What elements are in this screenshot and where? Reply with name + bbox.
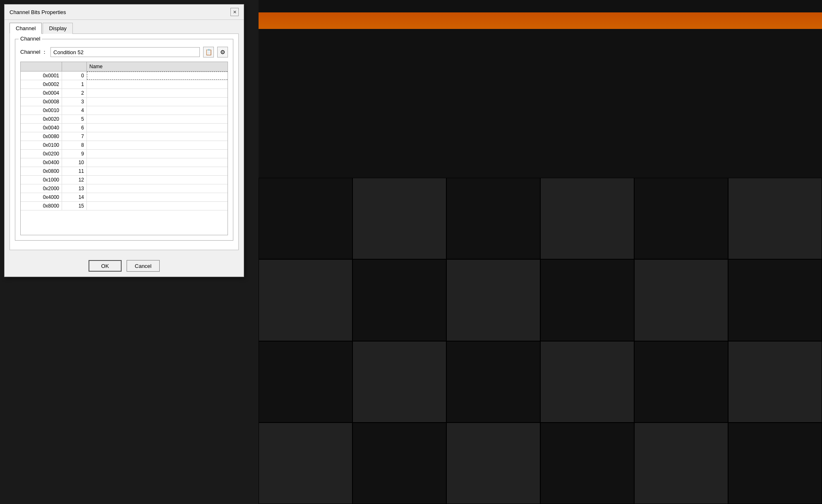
table-row[interactable]: 0x080011 [21,167,228,176]
table-row[interactable]: 0x00042 [21,89,228,98]
checker-cell [540,423,634,504]
table-row[interactable]: 0x400014 [21,193,228,202]
channel-group: Channel Channel ： 📋 ⚙ Name 0x000100x00 [15,39,233,241]
table-cell-name[interactable] [87,124,228,132]
table-row[interactable]: 0x100012 [21,176,228,184]
table-cell-bit: 4 [62,106,87,115]
table-cell-hex: 0x0020 [21,115,62,123]
table-cell-hex: 0x0040 [21,124,62,132]
title-bar: Channel Bits Properties ✕ [5,5,244,20]
table-row[interactable]: 0x00021 [21,80,228,89]
checker-cell [634,178,728,259]
table-cell-hex: 0x1000 [21,176,62,184]
table-cell-name[interactable] [87,141,228,149]
table-body: 0x000100x000210x000420x000830x001040x002… [21,72,228,210]
table-cell-name[interactable] [87,167,228,175]
checker-cell [259,341,352,423]
table-cell-bit: 0 [62,72,87,80]
table-row[interactable]: 0x040010 [21,158,228,167]
checker-cell [634,259,728,341]
table-cell-hex: 0x2000 [21,184,62,193]
table-cell-hex: 0x0100 [21,141,62,149]
checker-cell [540,178,634,259]
table-cell-name[interactable] [87,193,228,201]
table-row[interactable]: 0x800015 [21,202,228,210]
table-cell-name[interactable] [87,202,228,210]
channel-input[interactable] [50,47,200,57]
table-cell-name[interactable] [87,132,228,141]
table-row[interactable]: 0x00205 [21,115,228,124]
table-row[interactable]: 0x00010 [21,72,228,80]
table-cell-hex: 0x0080 [21,132,62,141]
table-cell-name[interactable] [87,184,228,193]
table-cell-hex: 0x0800 [21,167,62,175]
table-cell-hex: 0x0010 [21,106,62,115]
table-header-bit [62,62,87,71]
table-header-hex [21,62,62,71]
table-cell-bit: 3 [62,98,87,106]
tab-channel[interactable]: Channel [10,23,42,34]
gear-icon: ⚙ [220,49,225,55]
table-cell-bit: 6 [62,124,87,132]
checker-cell [540,341,634,423]
checker-cell [259,259,352,341]
table-cell-hex: 0x0001 [21,72,62,80]
table-row[interactable]: 0x00104 [21,106,228,115]
table-cell-hex: 0x0004 [21,89,62,97]
dialog-content: Channel Channel ： 📋 ⚙ Name 0x000100x00 [10,33,239,250]
table-cell-bit: 10 [62,158,87,167]
checker-cell [259,178,352,259]
checker-cell [540,259,634,341]
checker-cell [446,341,540,423]
checker-cell [634,423,728,504]
table-cell-hex: 0x4000 [21,193,62,201]
gear-icon-button[interactable]: ⚙ [217,47,228,57]
table-row[interactable]: 0x00807 [21,132,228,141]
table-cell-name[interactable] [87,89,228,97]
table-cell-bit: 5 [62,115,87,123]
checker-cell [728,341,822,423]
table-cell-name[interactable] [87,106,228,115]
checker-cell [352,178,446,259]
channel-label: Channel ： [20,48,47,56]
checker-cell [446,423,540,504]
checker-cell [728,178,822,259]
list-icon: 📋 [205,49,212,55]
table-cell-name[interactable] [87,72,228,80]
checker-cell [352,341,446,423]
checker-cell [259,423,352,504]
table-cell-hex: 0x0002 [21,80,62,88]
table-row[interactable]: 0x200013 [21,184,228,193]
checker-cell [446,259,540,341]
buttons-row: OK Cancel [5,255,244,277]
channel-row: Channel ： 📋 ⚙ [20,47,228,57]
checker-cell [352,259,446,341]
table-header: Name [21,62,228,72]
table-row[interactable]: 0x00083 [21,98,228,106]
table-cell-name[interactable] [87,80,228,88]
checker-cell [446,178,540,259]
close-button[interactable]: ✕ [230,8,239,16]
cancel-button[interactable]: Cancel [127,260,160,272]
table-cell-bit: 9 [62,150,87,158]
tab-display[interactable]: Display [43,23,73,34]
checker-grid [259,178,822,504]
table-cell-name[interactable] [87,150,228,158]
list-icon-button[interactable]: 📋 [203,47,214,57]
table-cell-bit: 2 [62,89,87,97]
table-cell-name[interactable] [87,98,228,106]
table-cell-hex: 0x0400 [21,158,62,167]
table-cell-bit: 1 [62,80,87,88]
channel-bits-properties-dialog: Channel Bits Properties ✕ Channel Displa… [4,4,244,277]
checker-cell [728,423,822,504]
table-cell-name[interactable] [87,115,228,123]
table-row[interactable]: 0x02009 [21,150,228,158]
table-row[interactable]: 0x00406 [21,124,228,132]
table-cell-name[interactable] [87,158,228,167]
table-row[interactable]: 0x01008 [21,141,228,150]
table-cell-name[interactable] [87,176,228,184]
table-cell-bit: 13 [62,184,87,193]
ok-button[interactable]: OK [89,260,122,272]
bits-table[interactable]: Name 0x000100x000210x000420x000830x00104… [20,62,228,235]
table-cell-bit: 11 [62,167,87,175]
